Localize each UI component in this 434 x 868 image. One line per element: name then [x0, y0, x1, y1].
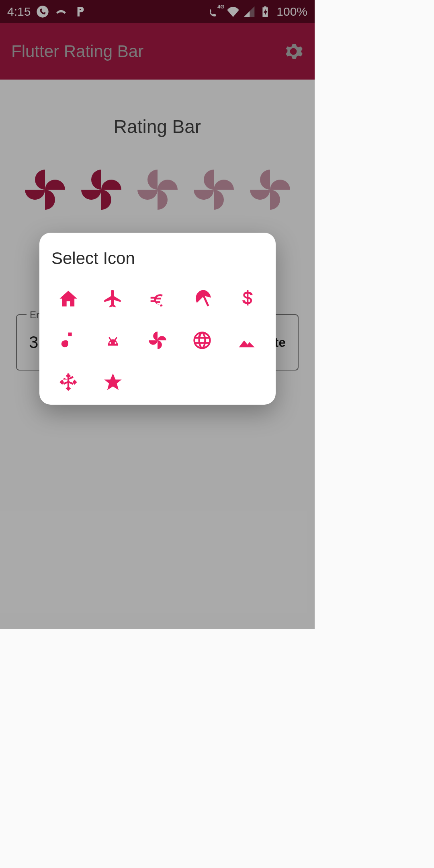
- icon-option-globe[interactable]: [189, 330, 216, 351]
- mountain-icon: [236, 330, 257, 351]
- home-icon: [58, 288, 79, 309]
- icon-option-airplane[interactable]: [99, 288, 126, 309]
- icon-option-android[interactable]: [99, 330, 126, 351]
- airplane-icon: [102, 288, 123, 309]
- umbrella-icon: [192, 288, 213, 309]
- icon-option-pinwheel[interactable]: [144, 330, 171, 351]
- icon-option-music[interactable]: [55, 330, 82, 351]
- android-icon: [102, 330, 123, 351]
- euro-icon: [147, 288, 168, 309]
- icon-option-snowflake[interactable]: [55, 372, 82, 393]
- select-icon-dialog: Select Icon: [39, 233, 276, 405]
- icon-option-home[interactable]: [55, 288, 82, 309]
- icon-grid: [51, 288, 264, 393]
- globe-icon: [192, 330, 213, 351]
- snowflake-icon: [58, 372, 79, 393]
- icon-option-mountain[interactable]: [233, 330, 260, 351]
- pinwheel-icon: [147, 330, 168, 351]
- icon-option-star[interactable]: [99, 372, 126, 393]
- dollar-icon: [236, 288, 257, 309]
- icon-option-euro[interactable]: [144, 288, 171, 309]
- dialog-title: Select Icon: [51, 249, 264, 268]
- icon-option-umbrella[interactable]: [189, 288, 216, 309]
- star-icon: [102, 372, 123, 393]
- music-icon: [58, 330, 79, 351]
- icon-option-dollar[interactable]: [233, 288, 260, 309]
